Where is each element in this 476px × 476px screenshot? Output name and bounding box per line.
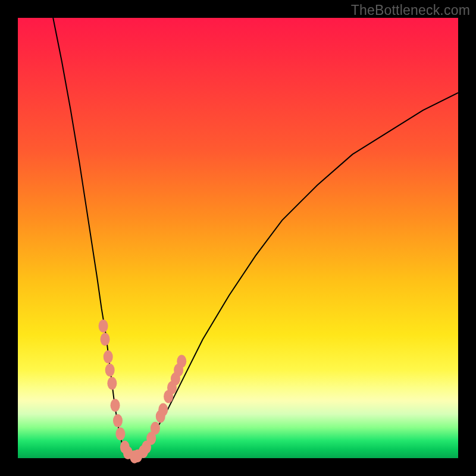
curve-point (158, 403, 168, 416)
curve-points (99, 320, 187, 464)
curve-point (151, 422, 160, 435)
bottleneck-curve (53, 18, 458, 458)
curve-point (105, 364, 115, 377)
curve-point (113, 414, 123, 427)
curve-point (104, 350, 113, 364)
chart-svg (18, 18, 458, 458)
curve-point (99, 320, 108, 333)
chart-plot-area (18, 18, 458, 458)
watermark-text: TheBottleneck.com (351, 2, 470, 18)
curve-point (115, 427, 125, 440)
curve-point (177, 355, 186, 368)
chart-frame: TheBottleneck.com (0, 0, 476, 476)
curve-point (111, 399, 120, 412)
curve-point (101, 333, 110, 346)
curve-point (107, 377, 117, 390)
